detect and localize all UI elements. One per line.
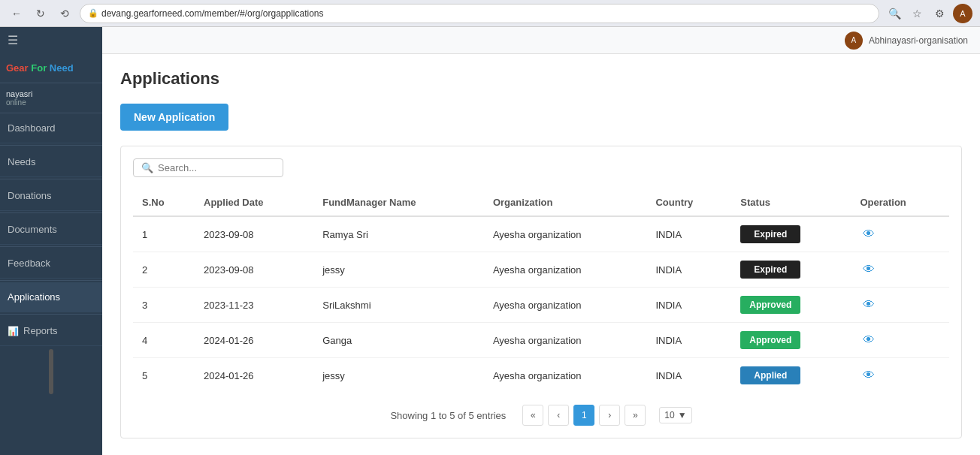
cell-status: Applied bbox=[731, 358, 851, 393]
sidebar-user-status: online bbox=[6, 98, 96, 107]
browser-bar: ← ↻ ⟲ 🔒 devang.gearforneed.com/member/#/… bbox=[0, 0, 980, 27]
cell-operation: 👁 bbox=[851, 358, 949, 393]
cell-country: INDIA bbox=[646, 358, 731, 393]
status-badge: Expired bbox=[740, 225, 800, 243]
cell-organization: Ayesha organization bbox=[484, 216, 647, 252]
sidebar-item-reports[interactable]: 📊 Reports bbox=[0, 316, 102, 346]
cell-operation: 👁 bbox=[851, 288, 949, 323]
extensions-button[interactable]: ⚙ bbox=[930, 5, 948, 23]
sidebar-logo: Gear For Need bbox=[0, 53, 102, 83]
cell-operation: 👁 bbox=[851, 216, 949, 252]
search-input[interactable] bbox=[158, 162, 275, 173]
main-content: A Abhinayasri-organisation Applications … bbox=[102, 27, 980, 455]
pagination-first[interactable]: « bbox=[522, 405, 543, 426]
view-button[interactable]: 👁 bbox=[860, 224, 878, 244]
chevron-down-icon: ▼ bbox=[678, 410, 687, 420]
status-badge: Approved bbox=[740, 296, 800, 314]
cell-country: INDIA bbox=[646, 252, 731, 288]
view-button[interactable]: 👁 bbox=[860, 295, 878, 315]
browser-actions: 🔍 ☆ ⚙ A bbox=[885, 4, 972, 23]
col-organization: Organization bbox=[484, 189, 647, 216]
sidebar-divider-4 bbox=[0, 246, 102, 247]
status-badge: Expired bbox=[740, 261, 800, 279]
cell-applied-date: 2024-01-26 bbox=[195, 358, 313, 393]
logo-for: For bbox=[31, 62, 47, 74]
per-page-value: 10 bbox=[664, 410, 674, 420]
page-title: Applications bbox=[120, 69, 962, 89]
cell-fund-manager: jessy bbox=[313, 252, 484, 288]
sidebar-divider-2 bbox=[0, 179, 102, 179]
sidebar-item-applications[interactable]: Applications bbox=[0, 282, 102, 312]
forward-button[interactable]: ↻ bbox=[32, 5, 50, 23]
table-row: 2 2023-09-08 jessy Ayesha organization I… bbox=[133, 252, 949, 288]
reports-label: Reports bbox=[23, 325, 58, 336]
browser-profile-avatar[interactable]: A bbox=[953, 4, 972, 23]
cell-organization: Ayesha organization bbox=[484, 288, 647, 323]
logo-gear: Gear bbox=[6, 62, 29, 74]
back-button[interactable]: ← bbox=[8, 5, 26, 23]
cell-sno: 1 bbox=[133, 216, 195, 252]
sidebar-item-needs[interactable]: Needs bbox=[0, 147, 102, 177]
sidebar-divider-6 bbox=[0, 314, 102, 315]
cell-fund-manager: jessy bbox=[313, 358, 484, 393]
app-container: ☰ Gear For Need nayasri online Dashboard… bbox=[0, 27, 980, 455]
pagination-last[interactable]: » bbox=[625, 405, 646, 426]
pagination-page-1[interactable]: 1 bbox=[573, 405, 594, 426]
col-fund-manager: FundManager Name bbox=[313, 189, 484, 216]
cell-status: Approved bbox=[731, 288, 851, 323]
pagination-prev[interactable]: ‹ bbox=[548, 405, 569, 426]
applications-label: Applications bbox=[8, 291, 60, 303]
sidebar: ☰ Gear For Need nayasri online Dashboard… bbox=[0, 27, 102, 455]
logo-need: Need bbox=[50, 62, 74, 74]
search-icon: 🔍 bbox=[141, 162, 153, 173]
reload-button[interactable]: ⟲ bbox=[56, 5, 74, 23]
cell-fund-manager: Ganga bbox=[313, 323, 484, 358]
table-header: S.No Applied Date FundManager Name Organ… bbox=[133, 189, 949, 216]
table-row: 4 2024-01-26 Ganga Ayesha organization I… bbox=[133, 323, 949, 358]
reports-icon: 📊 bbox=[8, 326, 19, 336]
view-button[interactable]: 👁 bbox=[860, 260, 878, 279]
cell-sno: 3 bbox=[133, 288, 195, 323]
sidebar-item-documents[interactable]: Documents bbox=[0, 215, 102, 245]
cell-applied-date: 2024-01-26 bbox=[195, 323, 313, 358]
cell-fund-manager: SriLakshmi bbox=[313, 288, 484, 323]
status-badge: Applied bbox=[740, 366, 800, 384]
sidebar-scrollbar[interactable] bbox=[49, 349, 53, 394]
bookmark-button[interactable]: ☆ bbox=[908, 5, 926, 23]
cell-sno: 4 bbox=[133, 323, 195, 358]
content-area: Applications New Application 🔍 S.No Appl… bbox=[102, 54, 980, 453]
logo-text: Gear For Need bbox=[6, 62, 96, 74]
sidebar-item-dashboard[interactable]: Dashboard bbox=[0, 113, 102, 143]
cell-operation: 👁 bbox=[851, 323, 949, 358]
col-sno: S.No bbox=[133, 189, 195, 216]
cell-status: Expired bbox=[731, 216, 851, 252]
url-bar[interactable]: 🔒 devang.gearforneed.com/member/#/org/or… bbox=[80, 4, 879, 23]
zoom-button[interactable]: 🔍 bbox=[885, 5, 903, 23]
cell-status: Approved bbox=[731, 323, 851, 358]
view-button[interactable]: 👁 bbox=[860, 366, 878, 385]
sidebar-item-donations[interactable]: Donations bbox=[0, 181, 102, 211]
feedback-label: Feedback bbox=[8, 258, 50, 269]
cell-operation: 👁 bbox=[851, 252, 949, 288]
per-page-dropdown[interactable]: 10 ▼ bbox=[659, 407, 691, 423]
cell-organization: Ayesha organization bbox=[484, 323, 647, 358]
cell-status: Expired bbox=[731, 252, 851, 288]
new-application-button[interactable]: New Application bbox=[120, 104, 228, 131]
documents-label: Documents bbox=[8, 224, 57, 235]
table-row: 5 2024-01-26 jessy Ayesha organization I… bbox=[133, 358, 949, 393]
table-row: 3 2023-11-23 SriLakshmi Ayesha organizat… bbox=[133, 288, 949, 323]
pagination-next[interactable]: › bbox=[599, 405, 620, 426]
cell-country: INDIA bbox=[646, 216, 731, 252]
hamburger-menu[interactable]: ☰ bbox=[0, 27, 102, 53]
table-header-row: S.No Applied Date FundManager Name Organ… bbox=[133, 189, 949, 216]
security-icon: 🔒 bbox=[88, 8, 98, 18]
cell-country: INDIA bbox=[646, 288, 731, 323]
sidebar-nav: Dashboard Needs Donations Documents Feed… bbox=[0, 113, 102, 455]
top-bar-username: Abhinayasri-organisation bbox=[869, 35, 968, 46]
sidebar-username: nayasri bbox=[6, 89, 96, 98]
search-bar[interactable]: 🔍 bbox=[133, 158, 283, 177]
donations-label: Donations bbox=[8, 190, 52, 201]
table-body: 1 2023-09-08 Ramya Sri Ayesha organizati… bbox=[133, 216, 949, 393]
sidebar-item-feedback[interactable]: Feedback bbox=[0, 249, 102, 279]
view-button[interactable]: 👁 bbox=[860, 330, 878, 350]
